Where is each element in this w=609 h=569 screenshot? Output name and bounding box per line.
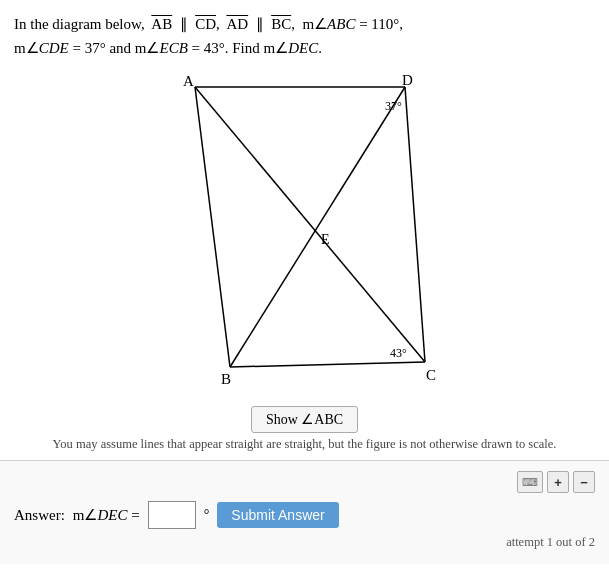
label-B: B (221, 371, 231, 387)
ad-segment: AD (226, 16, 248, 32)
answer-area: ⌨ + − Answer: m∠DEC = ° Submit Answer at… (0, 460, 609, 564)
zoom-in-button[interactable]: + (547, 471, 569, 493)
keyboard-icon[interactable]: ⌨ (517, 471, 543, 493)
attempt-text: attempt 1 out of 2 (506, 535, 595, 550)
disclaimer-text: You may assume lines that appear straigh… (0, 437, 609, 452)
zoom-out-button[interactable]: − (573, 471, 595, 493)
label-C: C (426, 367, 436, 383)
label-A: A (183, 73, 194, 89)
svg-line-3 (230, 362, 425, 367)
bc-segment: BC (271, 16, 291, 32)
toolbar-row: ⌨ + − (14, 471, 595, 493)
svg-line-4 (195, 87, 425, 362)
svg-line-5 (230, 87, 405, 367)
label-D: D (402, 72, 413, 88)
answer-equation: m∠DEC = (73, 506, 140, 524)
problem-description: In the diagram below, AB ∥ CD, AD ∥ BC, … (14, 16, 403, 56)
answer-row: Answer: m∠DEC = ° Submit Answer (14, 501, 595, 529)
degree-symbol: ° (204, 507, 210, 523)
svg-line-2 (405, 87, 425, 362)
attempt-row: attempt 1 out of 2 (14, 535, 595, 550)
angle-43-label: 43° (390, 346, 407, 360)
problem-text: In the diagram below, AB ∥ CD, AD ∥ BC, … (0, 0, 609, 68)
diagram-area: A D B C E 37° 43° (0, 68, 609, 400)
svg-line-0 (195, 87, 230, 367)
cd-segment: CD (195, 16, 216, 32)
ab-segment: AB (151, 16, 172, 32)
submit-button[interactable]: Submit Answer (217, 502, 338, 528)
label-E: E (321, 232, 330, 247)
answer-input[interactable] (148, 501, 196, 529)
answer-label: Answer: (14, 507, 65, 524)
show-abc-button[interactable]: Show ∠ABC (251, 406, 358, 433)
angle-37-label: 37° (385, 99, 402, 113)
show-button-area: Show ∠ABC (0, 406, 609, 433)
